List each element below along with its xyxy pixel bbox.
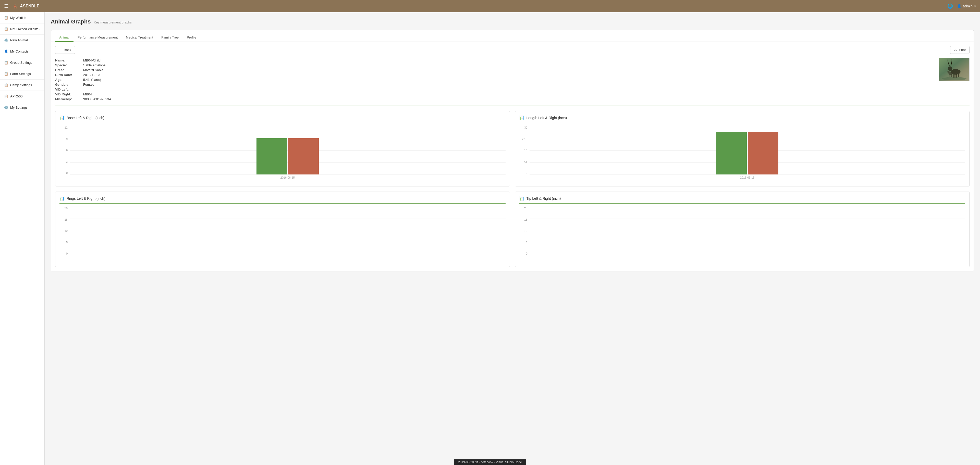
page-header: Animal Graphs Key measurement graphs [51, 18, 974, 25]
sidebar-item-not-owned-wildlife[interactable]: 📋 Not-Owned Wildlife ‹ [0, 24, 45, 35]
animal-photo-placeholder [939, 58, 969, 81]
name-label: Name: [55, 58, 83, 63]
chart-area [70, 126, 506, 175]
tab-animal[interactable]: Animal [55, 33, 73, 42]
navbar-left: ☰ 🦌 ASENDLE [4, 3, 39, 9]
chart-tip-left-right: 📊 Tip Left & Right (inch) 20 15 10 5 0 [515, 192, 970, 267]
tab-performance-measurement[interactable]: Performance Measurement [73, 33, 122, 42]
sidebar-item-label: Camp Settings [10, 83, 32, 87]
chart-bar-icon: 📊 [59, 115, 65, 120]
svg-rect-6 [958, 74, 959, 77]
microchip-label: Microchip: [55, 97, 83, 102]
svg-point-8 [947, 71, 950, 73]
sidebar-item-my-wildlife[interactable]: 📋 My Wildlife ‹ [0, 12, 45, 24]
bar-chart-container: 20 15 10 5 0 [519, 206, 966, 263]
main-card: Animal Performance Measurement Medical T… [51, 30, 974, 271]
print-label: Print [959, 48, 966, 52]
sidebar-item-camp-settings[interactable]: 📋 Camp Settings [0, 79, 45, 91]
back-label: Back [64, 48, 71, 52]
chart-header: 📊 Tip Left & Right (inch) [519, 196, 966, 203]
main-content: Animal Graphs Key measurement graphs Ani… [45, 12, 980, 465]
sidebar-item-group-settings[interactable]: 📋 Group Settings [0, 57, 45, 68]
chart-bar-icon: 📊 [519, 196, 525, 201]
chart-bar-icon: 📊 [519, 115, 525, 120]
animal-age-row: Age: 5.41 Year(s) [55, 77, 114, 82]
chart-base-left-right: 📊 Base Left & Right (inch) 12 9 6 3 0 [55, 111, 510, 186]
navbar: ☰ 🦌 ASENDLE 🌐 👤 admin ▾ [0, 0, 980, 12]
sidebar-item-farm-settings[interactable]: 📋 Farm Settings [0, 68, 45, 79]
bars [530, 206, 966, 255]
page-title: Animal Graphs [51, 18, 91, 25]
bar-red [288, 138, 319, 175]
breed-label: Breed: [55, 68, 83, 73]
new-animal-icon: ⚙️ [4, 38, 8, 42]
birth-date-value: 2013-12-23 [83, 73, 114, 77]
tab-medical-treatment[interactable]: Medical Treatment [122, 33, 157, 42]
vid-right-value: MB04 [83, 92, 114, 97]
page-subtitle: Key measurement graphs [94, 21, 132, 24]
sidebar: 📋 My Wildlife ‹ 📋 Not-Owned Wildlife ‹ ⚙… [0, 12, 45, 465]
svg-point-3 [948, 66, 952, 71]
tab-family-tree[interactable]: Family Tree [157, 33, 183, 42]
animal-photo [939, 58, 969, 81]
hamburger-button[interactable]: ☰ [4, 3, 9, 9]
my-wildlife-icon: 📋 [4, 16, 8, 20]
bar-green [256, 138, 287, 175]
sidebar-item-label: Not-Owned Wildlife [10, 27, 38, 31]
chart-title: Tip Left & Right (inch) [527, 197, 561, 200]
x-label: 2016-06-15 [530, 176, 966, 179]
print-icon: 🖨 [954, 48, 957, 52]
sidebar-item-label: My Wildlife [10, 16, 26, 20]
sidebar-item-my-contacts[interactable]: 👤 My Contacts [0, 46, 45, 57]
tab-profile[interactable]: Profile [183, 33, 200, 42]
animal-info: Name: MB04-Child Specie: Sable Antelope … [55, 58, 969, 106]
sidebar-item-label: New Animal [10, 38, 28, 42]
chart-title: Length Left & Right (inch) [527, 116, 567, 120]
chart-area [530, 206, 966, 255]
chart-bar-icon: 📊 [59, 196, 65, 201]
group-settings-icon: 📋 [4, 61, 8, 65]
breed-value: Matetsi Sable [83, 68, 114, 73]
vid-right-label: VID Right: [55, 92, 83, 97]
user-menu[interactable]: 👤 admin ▾ [957, 4, 976, 8]
chart-title: Rings Left & Right (inch) [67, 197, 105, 200]
name-value: MB04-Child [83, 58, 114, 63]
sidebar-item-label: My Settings [10, 106, 27, 110]
bars [70, 126, 506, 175]
app-logo: 🦌 ASENDLE [13, 4, 39, 9]
microchip-value: 900032001926234 [83, 97, 114, 102]
y-axis: 30 22.5 15 7.5 0 [519, 126, 529, 175]
animal-specie-row: Specie: Sable Antelope [55, 63, 114, 68]
camp-settings-icon: 📋 [4, 83, 8, 87]
bar-green [716, 132, 747, 175]
apr500-icon: 📋 [4, 94, 8, 98]
svg-rect-10 [951, 74, 952, 77]
chart-area [530, 126, 966, 175]
chart-rings-left-right: 📊 Rings Left & Right (inch) 20 15 10 5 0 [55, 192, 510, 267]
bar-chart-container: 20 15 10 5 0 [59, 206, 506, 263]
svg-rect-9 [950, 74, 950, 77]
animal-breed-row: Breed: Matetsi Sable [55, 68, 114, 73]
navbar-right: 🌐 👤 admin ▾ [947, 3, 976, 9]
back-button[interactable]: ← Back [55, 46, 75, 54]
y-axis: 12 9 6 3 0 [59, 126, 69, 175]
sidebar-item-my-settings[interactable]: ⚙️ My Settings [0, 102, 45, 113]
x-label: 2016-06-15 [70, 176, 506, 179]
sidebar-item-apr500[interactable]: 📋 APR500 [0, 91, 45, 102]
svg-rect-4 [953, 74, 955, 78]
age-value: 5.41 Year(s) [83, 77, 114, 82]
my-settings-icon: ⚙️ [4, 106, 8, 110]
bar-red [748, 132, 778, 175]
animal-microchip-row: Microchip: 900032001926234 [55, 97, 114, 102]
chart-length-left-right: 📊 Length Left & Right (inch) 30 22.5 15 … [515, 111, 970, 186]
animal-vid-right-row: VID Right: MB04 [55, 92, 114, 97]
farm-settings-icon: 📋 [4, 72, 8, 76]
charts-grid: 📊 Base Left & Right (inch) 12 9 6 3 0 [55, 111, 969, 267]
main-layout: 📋 My Wildlife ‹ 📋 Not-Owned Wildlife ‹ ⚙… [0, 12, 980, 465]
globe-icon[interactable]: 🌐 [947, 3, 953, 9]
print-button[interactable]: 🖨 Print [950, 46, 969, 54]
sidebar-item-new-animal[interactable]: ⚙️ New Animal [0, 35, 45, 46]
back-arrow-icon: ← [59, 48, 62, 52]
svg-rect-5 [956, 74, 956, 78]
animal-vid-left-row: VID Left: [55, 87, 114, 92]
